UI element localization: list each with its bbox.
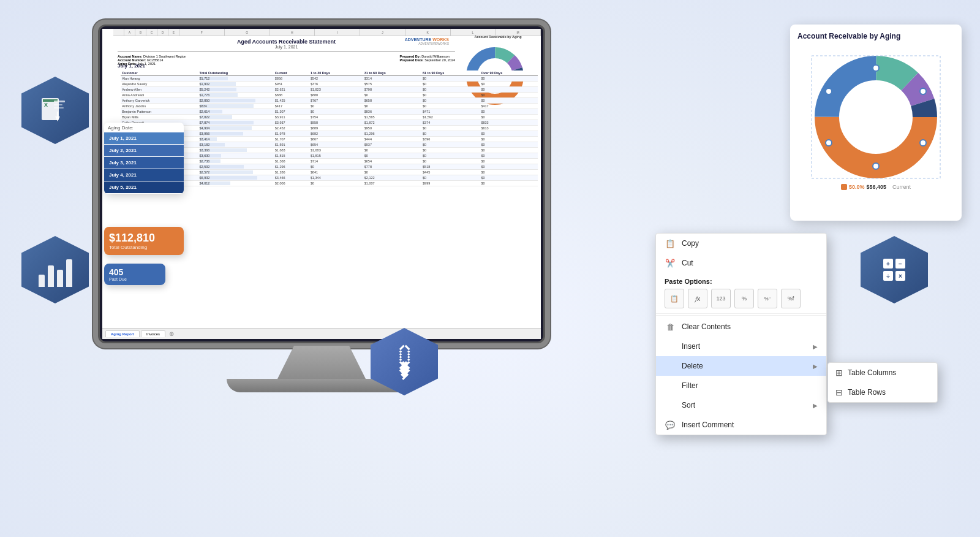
table-cell: $1,592 xyxy=(421,115,480,120)
table-row: Anthony Jacobs$834$417$0$0$0$417 xyxy=(121,104,538,109)
paste-options-area: Paste Options: 📋 𝑓x 123 % %⁻ %f xyxy=(656,273,826,314)
prepared-date-label: Prepared Date: xyxy=(399,58,423,62)
table-cell: $314 xyxy=(363,76,421,82)
table-cell: $1,683 xyxy=(309,148,363,153)
brush-icon: 🖌 xyxy=(381,338,428,385)
table-cell: $841 xyxy=(309,170,363,175)
table-cell: $888 xyxy=(309,93,363,98)
legend-item-current: 50.0% $56,405 xyxy=(841,184,886,190)
table-cell: $0 xyxy=(480,175,538,181)
table-row: Andrew Allen$5,242$2,621$1,823$798$0$0 xyxy=(121,87,538,93)
table-cell: $0 xyxy=(421,76,480,82)
table-cell: $3,182 xyxy=(198,142,274,148)
svg-point-22 xyxy=(920,140,926,146)
menu-item-cut[interactable]: ✂️ Cut xyxy=(656,253,826,273)
paste-icon-no-borders[interactable]: %⁻ xyxy=(758,289,777,308)
table-cell: $0 xyxy=(421,104,480,109)
table-cell: Anthony Garverick xyxy=(121,98,198,104)
menu-item-filter[interactable]: Filter xyxy=(656,376,826,395)
table-cell: $0 xyxy=(480,148,538,153)
table-cell: $0 xyxy=(480,93,538,98)
menu-item-insert-comment[interactable]: 💬 Insert Comment xyxy=(656,415,826,435)
table-cell: $654 xyxy=(309,142,363,148)
table-cell: $0 xyxy=(421,87,480,93)
col-customer: Customer xyxy=(121,70,198,76)
table-columns-icon: ⊞ xyxy=(835,368,843,378)
table-cell: $0 xyxy=(421,159,480,164)
table-cell: $0 xyxy=(480,181,538,186)
prepared-date-row: Prepared Date: September 20, 2024 xyxy=(399,58,455,62)
table-cell: $2,614 xyxy=(198,109,274,115)
table-cell: $1,368 xyxy=(274,159,309,164)
svg-rect-11 xyxy=(54,107,64,109)
table-rows-label: Table Rows xyxy=(848,388,886,397)
table-cell: $1,815 xyxy=(274,153,309,159)
col-a: A xyxy=(124,29,135,36)
table-header-row: Customer Total Outstanding Current 1 to … xyxy=(121,70,538,76)
paste-icon-formula[interactable]: 𝑓x xyxy=(688,289,707,308)
table-cell: Alan Hwang xyxy=(121,76,198,82)
table-cell: $3,366 xyxy=(198,148,274,153)
date-item-5[interactable]: July 5, 2021 xyxy=(104,181,184,193)
table-row: Bryan Mills$7,822$3,911$754$1,565$1,592$… xyxy=(121,115,538,120)
paste-icon-format[interactable]: % xyxy=(734,289,754,308)
submenu-table-columns[interactable]: ⊞ Table Columns xyxy=(828,363,937,383)
col-b: B xyxy=(135,29,146,36)
paste-icon-clipboard[interactable]: 📋 xyxy=(665,289,684,308)
delete-arrow-icon: ▶ xyxy=(813,363,818,370)
comment-icon: 💬 xyxy=(665,419,676,430)
date-panel-title: Aging Date: xyxy=(104,123,184,132)
date-item-2[interactable]: July 2, 2021 xyxy=(104,145,184,156)
clear-contents-label: Clear Contents xyxy=(682,322,731,331)
bar-4 xyxy=(66,259,72,287)
paste-icon-transpose[interactable]: %f xyxy=(781,289,801,308)
menu-item-copy[interactable]: 📋 Copy xyxy=(656,234,826,253)
table-cell: $798 xyxy=(363,87,421,93)
insert-arrow-icon: ▶ xyxy=(813,343,818,350)
menu-item-sort[interactable]: Sort ▶ xyxy=(656,395,826,415)
add-sheet-button[interactable]: ⊕ xyxy=(169,330,174,337)
date-item-4[interactable]: July 4, 2021 xyxy=(104,169,184,181)
table-cell: $0 xyxy=(363,170,421,175)
chart-panel: Account Receivable by Aging 50.0% $56,40… xyxy=(790,25,962,221)
date-item-3[interactable]: July 3, 2021 xyxy=(104,157,184,169)
date-item-1[interactable]: July 1, 2021 xyxy=(104,132,184,144)
table-cell: $754 xyxy=(309,115,363,120)
excel-hex-icon: X xyxy=(18,74,92,147)
menu-item-insert[interactable]: Insert ▶ xyxy=(656,337,826,356)
cut-icon: ✂️ xyxy=(665,257,676,268)
table-cell: $444 xyxy=(363,137,421,142)
sheet-tabs: Aging Report Invoices ⊕ xyxy=(102,328,541,339)
past-due-value: 405 xyxy=(109,267,160,277)
svg-text:X: X xyxy=(44,102,48,108)
sort-label: Sort xyxy=(682,401,695,409)
table-cell: $1,978 xyxy=(274,131,309,137)
tab-aging-report[interactable]: Aging Report xyxy=(105,330,140,337)
table-cell: $542 xyxy=(309,76,363,82)
table-cell: $1,776 xyxy=(198,93,274,98)
insert-icon xyxy=(665,341,676,352)
table-cell: $1,591 xyxy=(274,142,309,148)
table-row: Anna Andreadi$1,776$888$888$0$0$0 xyxy=(121,93,538,98)
menu-item-delete[interactable]: Delete ▶ xyxy=(656,356,826,376)
table-cell: $0 xyxy=(363,104,421,109)
table-cell: $0 xyxy=(421,175,480,181)
table-cell: $5,242 xyxy=(198,87,274,93)
menu-item-clear-contents[interactable]: 🗑 Clear Contents xyxy=(656,317,826,337)
table-cell: $7,874 xyxy=(198,120,274,126)
paste-icon-values[interactable]: 123 xyxy=(711,289,731,308)
total-outstanding-value: $112,810 xyxy=(109,232,179,245)
submenu-table-rows[interactable]: ⊟ Table Rows xyxy=(828,383,937,402)
sort-arrow-icon: ▶ xyxy=(813,402,818,409)
insert-comment-label: Insert Comment xyxy=(682,421,734,429)
table-cell: Andrew Allen xyxy=(121,87,198,93)
table-cell: $0 xyxy=(480,87,538,93)
table-cell: $7,822 xyxy=(198,115,274,120)
table-cell: $1,344 xyxy=(309,175,363,181)
table-cell: $1,823 xyxy=(309,87,363,93)
bar-2 xyxy=(48,265,54,287)
tab-invoices[interactable]: Invoices xyxy=(141,330,165,337)
chart-legend-row: 50.0% $56,405 Current xyxy=(797,184,954,190)
table-cell: $2,592 xyxy=(198,164,274,170)
table-cell: $613 xyxy=(480,126,538,131)
